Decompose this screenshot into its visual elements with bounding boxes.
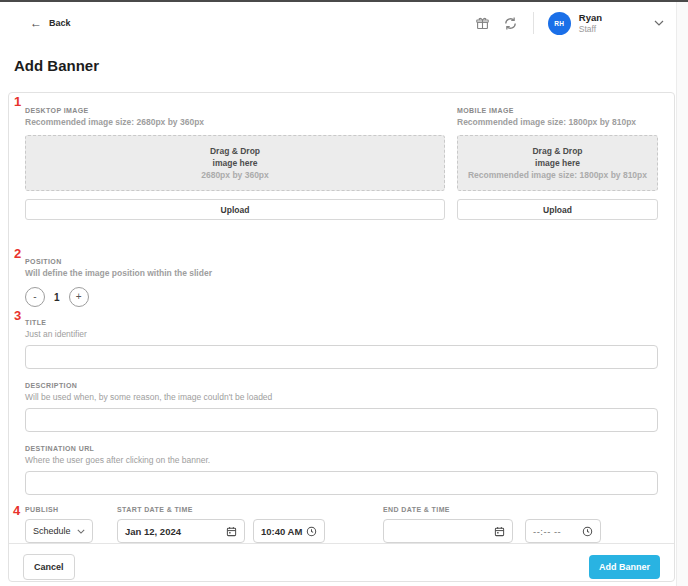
- back-label: Back: [49, 18, 71, 28]
- dropzone-size-text: 2680px by 360px: [201, 170, 269, 180]
- description-label: DESCRIPTION: [25, 382, 658, 389]
- desktop-upload-button[interactable]: Upload: [25, 199, 445, 220]
- dropzone-text: Drag & Drop: [532, 146, 582, 156]
- page-title: Add Banner: [14, 57, 99, 74]
- scrollbar[interactable]: [676, 2, 688, 586]
- select-chevron-icon: [77, 529, 85, 534]
- start-date-input[interactable]: Jan 12, 2024: [117, 519, 245, 543]
- end-date-input[interactable]: [383, 519, 513, 543]
- start-time-value: 10:40 AM: [261, 526, 302, 537]
- annotation-3: 3: [14, 309, 21, 322]
- dropzone-text: Drag & Drop: [210, 146, 260, 156]
- calendar-icon: [226, 526, 237, 537]
- mobile-image-column: MOBILE IMAGE Recommended image size: 180…: [457, 107, 658, 220]
- header-right: RH Ryan Staff: [465, 12, 664, 35]
- user-info[interactable]: Ryan Staff: [579, 12, 602, 35]
- refresh-icon[interactable]: [501, 13, 521, 33]
- image-upload-section: 1 DESKTOP IMAGE Recommended image size: …: [25, 107, 658, 220]
- destination-url-input[interactable]: [25, 471, 658, 495]
- user-role: Staff: [579, 24, 602, 35]
- position-increment-button[interactable]: +: [69, 287, 89, 307]
- destination-url-hint: Where the user goes after clicking on th…: [25, 455, 658, 465]
- desktop-image-hint: Recommended image size: 2680px by 360px: [25, 117, 445, 127]
- desktop-dropzone[interactable]: Drag & Drop image here 2680px by 360px: [25, 135, 445, 191]
- annotation-1: 1: [14, 95, 21, 108]
- end-time-input[interactable]: --:-- --: [525, 519, 601, 543]
- publish-section: 4 PUBLISH Schedule START DATE & TIME: [25, 506, 658, 543]
- start-datetime-column: START DATE & TIME Jan 12, 2024: [117, 506, 325, 543]
- position-hint: Will define the image position within th…: [25, 268, 658, 278]
- title-hint: Just an identifier: [25, 329, 658, 339]
- position-stepper: - 1 +: [25, 287, 658, 307]
- end-datetime-column: END DATE & TIME: [383, 506, 601, 543]
- screen: ← Back R: [0, 0, 688, 586]
- title-field-group: 3 TITLE Just an identifier: [25, 319, 658, 369]
- back-arrow-icon: ←: [30, 17, 42, 29]
- publish-select[interactable]: Schedule: [25, 519, 93, 543]
- add-banner-card: 1 DESKTOP IMAGE Recommended image size: …: [8, 92, 675, 582]
- position-value: 1: [54, 292, 60, 303]
- dropzone-text: image here: [213, 158, 258, 168]
- chevron-down-icon[interactable]: [654, 20, 664, 26]
- destination-url-label: DESTINATION URL: [25, 445, 658, 452]
- mobile-image-label: MOBILE IMAGE: [457, 107, 658, 114]
- start-time-input[interactable]: 10:40 AM: [253, 519, 325, 543]
- desktop-image-column: DESKTOP IMAGE Recommended image size: 26…: [25, 107, 445, 220]
- add-banner-button[interactable]: Add Banner: [589, 555, 660, 579]
- position-decrement-button[interactable]: -: [25, 287, 45, 307]
- calendar-icon: [494, 526, 505, 537]
- start-date-value: Jan 12, 2024: [125, 526, 181, 537]
- mobile-dropzone[interactable]: Drag & Drop image here Recommended image…: [457, 135, 658, 191]
- position-label: POSITION: [25, 258, 658, 265]
- card-footer: Cancel Add Banner: [9, 543, 674, 586]
- end-datetime-label: END DATE & TIME: [383, 506, 601, 513]
- title-input[interactable]: [25, 345, 658, 369]
- clock-icon: [306, 526, 317, 537]
- publish-label: PUBLISH: [25, 506, 101, 513]
- top-bar: ← Back R: [30, 8, 664, 38]
- window-top-edge: [0, 0, 688, 2]
- cancel-button[interactable]: Cancel: [23, 554, 75, 580]
- position-section: 2 POSITION Will define the image positio…: [25, 258, 658, 307]
- user-name: Ryan: [579, 12, 602, 24]
- header-divider: [533, 12, 534, 34]
- title-label: TITLE: [25, 319, 658, 326]
- description-input[interactable]: [25, 408, 658, 432]
- end-time-placeholder: --:-- --: [533, 526, 561, 537]
- dropzone-text: image here: [535, 158, 580, 168]
- start-datetime-label: START DATE & TIME: [117, 506, 325, 513]
- description-hint: Will be used when, by some reason, the i…: [25, 392, 658, 402]
- desktop-image-label: DESKTOP IMAGE: [25, 107, 445, 114]
- destination-url-field-group: DESTINATION URL Where the user goes afte…: [25, 445, 658, 495]
- mobile-image-hint: Recommended image size: 1800px by 810px: [457, 117, 658, 127]
- card-body: 1 DESKTOP IMAGE Recommended image size: …: [9, 93, 674, 543]
- dropzone-size-text: Recommended image size: 1800px by 810px: [468, 170, 647, 180]
- description-field-group: DESCRIPTION Will be used when, by some r…: [25, 382, 658, 432]
- mobile-upload-button[interactable]: Upload: [457, 199, 658, 220]
- publish-select-value: Schedule: [33, 526, 71, 536]
- gift-icon[interactable]: [473, 13, 493, 33]
- clock-icon: [582, 526, 593, 537]
- annotation-4: 4: [13, 504, 20, 517]
- back-button[interactable]: ← Back: [30, 17, 71, 29]
- annotation-2: 2: [14, 247, 21, 260]
- avatar[interactable]: RH: [548, 12, 571, 35]
- publish-column: PUBLISH Schedule: [25, 506, 101, 543]
